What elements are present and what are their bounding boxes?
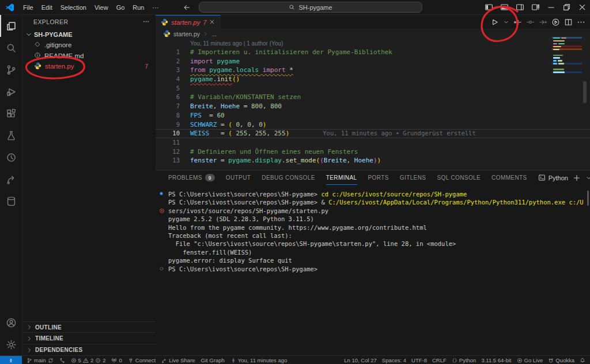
restore-window-icon[interactable] (559, 0, 574, 14)
cursor-position[interactable]: Ln 10, Col 27 (344, 357, 377, 363)
status-bar: main5220ConnectLive ShareGit GraphYou, 1… (0, 355, 590, 364)
code-line-1[interactable]: 1# Importieren u. initialisieren der Pyg… (156, 48, 590, 57)
gitlens-codelens[interactable]: You, 11 minutes ago | 1 author (You) (190, 39, 590, 48)
code-line-3[interactable]: 3from pygame.locals import * (156, 66, 590, 75)
panel-tab-terminal[interactable]: TERMINAL (326, 170, 357, 185)
panel-tab-debug-console[interactable]: DEBUG CONSOLE (262, 170, 315, 185)
code-line-10[interactable]: 10WEISS = ( 255, 255, 255)You, 11 minute… (156, 129, 590, 138)
editor-scrollbar[interactable] (583, 81, 587, 103)
gitlens-open-changes-icon[interactable] (513, 18, 522, 26)
breadcrumb[interactable]: starten.py ... (156, 29, 590, 39)
code-editor[interactable]: You, 11 minutes ago | 1 author (You) 1# … (156, 39, 590, 170)
sql-connect[interactable]: Connect (128, 357, 156, 363)
activity-live-share-icon[interactable] (0, 168, 22, 190)
git-branch[interactable]: main (27, 357, 54, 363)
code-line-6[interactable]: 6# Variablen/KONSTANTEN setzen (156, 93, 590, 102)
panel-tab-ports[interactable]: PORTS (368, 170, 389, 185)
toggle-panel-icon[interactable] (497, 0, 512, 14)
menu-go[interactable]: Go (112, 2, 129, 13)
activity-accounts-icon[interactable] (0, 312, 22, 333)
menu-run[interactable]: Run (128, 2, 148, 13)
problems-count-badge: 7 (145, 63, 148, 70)
panel-tab-problems[interactable]: PROBLEMS9 (168, 170, 215, 185)
code-line-13[interactable]: 13fenster = pygame.display.set_mode((Bre… (156, 156, 590, 165)
encoding[interactable]: UTF-8 (411, 357, 427, 363)
toggle-secondary-sidebar-icon[interactable] (512, 0, 528, 14)
ports[interactable]: 0 (111, 357, 122, 363)
code-line-7[interactable]: 7Breite, Hoehe = 800, 800 (156, 102, 590, 111)
indentation[interactable]: Spaces: 4 (382, 357, 406, 363)
panel-tab-gitlens[interactable]: GITLENS (400, 170, 426, 185)
section-dependencies[interactable]: DEPENDENCIES (22, 344, 156, 355)
code-line-11[interactable]: 11 (156, 138, 590, 147)
quokka[interactable]: Quokka (548, 357, 574, 363)
activity-extensions-icon[interactable] (0, 103, 22, 124)
menu-file[interactable]: File (19, 2, 37, 13)
new-terminal-button[interactable] (573, 174, 581, 182)
search-value: SH-pygame (298, 4, 332, 11)
search-command-center[interactable]: SH-pygame (199, 2, 422, 13)
editor-more-actions[interactable] (577, 18, 585, 26)
close-window-icon[interactable] (574, 0, 590, 14)
file-starten-py[interactable]: starten.py7 (22, 61, 156, 72)
tab-starten-py[interactable]: starten.py 7 (156, 15, 221, 29)
split-editor-button[interactable] (564, 18, 573, 26)
terminal-profile[interactable]: Python (538, 174, 568, 181)
activity-source-control-icon[interactable] (0, 59, 22, 81)
activity-database-icon[interactable] (0, 190, 22, 212)
command-status-icon (159, 266, 164, 271)
customize-layout-icon[interactable] (528, 0, 543, 14)
project-root-folder[interactable]: SH-PYGAME (22, 29, 156, 40)
code-line-5[interactable]: 5 (156, 84, 590, 93)
minimap[interactable] (552, 37, 582, 80)
activity-explorer-icon[interactable] (0, 15, 22, 37)
menu-selection[interactable]: Selection (56, 2, 90, 13)
run-dropdown-chevron[interactable] (503, 19, 509, 25)
code-line-12[interactable]: 12# Definieren und Öffnen eines neuen Fe… (156, 147, 590, 157)
live-share[interactable]: Live Share (161, 357, 195, 363)
code-line-8[interactable]: 8FPS = 60 (156, 111, 590, 120)
panel-tab-sql-console[interactable]: SQL CONSOLE (437, 170, 481, 185)
explorer-more-actions-icon[interactable] (142, 18, 150, 26)
git-compare[interactable] (59, 358, 65, 363)
file-README-md[interactable]: README.md (22, 51, 156, 62)
panel-tab-comments[interactable]: COMMENTS (491, 170, 527, 185)
title-bar: FileEditSelectionViewGoRun··· SH-pygame (0, 0, 590, 15)
activity-testing-icon[interactable] (0, 124, 22, 146)
python-interpreter[interactable]: 3.11.5 64-bit (481, 357, 511, 363)
go-live[interactable]: Go Live (517, 357, 543, 363)
panel-tab-output[interactable]: OUTPUT (226, 170, 251, 185)
git-graph[interactable]: Git Graph (201, 357, 225, 363)
terminal-output[interactable]: PS C:\Users\ivost\source\repos\SH-pygame… (156, 185, 590, 273)
notifications-bell[interactable] (580, 358, 585, 363)
gitlens-compare-icon[interactable] (526, 18, 535, 26)
minimize-window-icon[interactable] (543, 0, 559, 14)
code-line-2[interactable]: 2import pygame (156, 57, 590, 66)
menu-[interactable]: ··· (149, 2, 163, 13)
nav-back-icon[interactable] (179, 0, 195, 14)
editor-group: starten.py 7 starten.py ... You, 11 minu… (156, 15, 590, 170)
code-line-4[interactable]: 4pygame.init() (156, 75, 590, 84)
run-python-file-button[interactable] (490, 18, 499, 26)
file--gitignore[interactable]: .gitignore (22, 40, 156, 51)
gitlens-next-change-icon[interactable] (539, 18, 547, 26)
section-outline[interactable]: OUTLINE (22, 321, 156, 333)
problems-summary[interactable]: 522 (71, 357, 106, 363)
section-timeline[interactable]: TIMELINE (22, 332, 156, 344)
terminal-profile-dropdown[interactable] (585, 175, 590, 181)
activity-search-icon[interactable] (0, 37, 22, 59)
activity-run-and-debug-icon[interactable] (0, 81, 22, 103)
language-mode[interactable]: Python (452, 357, 476, 363)
toggle-primary-sidebar-icon[interactable] (481, 0, 497, 14)
menu-view[interactable]: View (90, 2, 112, 13)
activity-settings-icon[interactable] (0, 333, 22, 355)
close-tab-icon[interactable] (209, 19, 215, 26)
eol-sequence[interactable]: CRLF (432, 357, 447, 363)
menu-edit[interactable]: Edit (37, 2, 56, 13)
activity-history-icon[interactable] (0, 146, 22, 168)
run-or-debug-button[interactable] (551, 18, 560, 26)
gitlens-current-line-blame[interactable]: You, 11 minutes ago (230, 357, 288, 363)
remote-indicator[interactable] (0, 356, 22, 364)
command-status-icon (159, 208, 165, 214)
code-line-9[interactable]: 9SCHWARZ = ( 0, 0, 0) (156, 120, 590, 130)
